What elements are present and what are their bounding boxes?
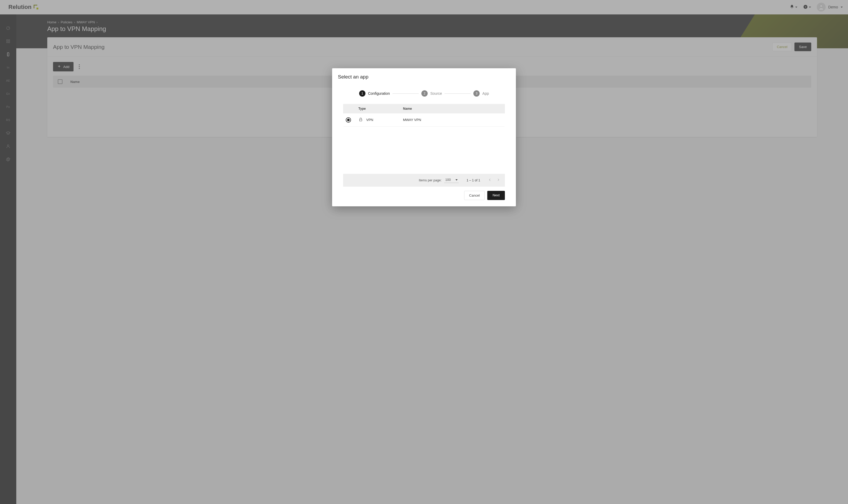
step-configuration[interactable]: 1 Configuration: [359, 90, 390, 96]
step-number: 1: [359, 90, 365, 96]
page-range: 1 – 1 of 1: [467, 179, 480, 182]
column-header-name: Name: [403, 107, 502, 110]
row-radio[interactable]: [346, 117, 351, 123]
select-app-modal: Select an app 1 Configuration 2 Source 3…: [332, 68, 516, 206]
table-row[interactable]: VPN MWAY VPN: [343, 113, 505, 127]
items-per-page-label: Items per page:: [419, 179, 441, 182]
modal-overlay: Select an app 1 Configuration 2 Source 3…: [0, 0, 848, 504]
step-connector: [445, 93, 471, 94]
step-app[interactable]: 3 App: [473, 90, 489, 96]
svg-rect-10: [360, 119, 362, 121]
paginator: Items per page: 100 1 – 1 of 1: [343, 174, 505, 187]
step-connector: [393, 93, 419, 94]
row-name: MWAY VPN: [403, 118, 502, 122]
chevron-down-icon: [455, 179, 457, 181]
row-type-label: VPN: [366, 118, 373, 122]
stepper: 1 Configuration 2 Source 3 App: [332, 83, 516, 104]
step-number: 3: [473, 90, 480, 96]
modal-title: Select an app: [332, 68, 516, 83]
step-source[interactable]: 2 Source: [421, 90, 442, 96]
column-header-type: Type: [358, 107, 403, 110]
step-label: Configuration: [368, 91, 390, 95]
items-per-page-select[interactable]: 100: [444, 177, 459, 183]
modal-table: Type Name VPN MWAY VPN: [343, 104, 505, 127]
modal-cancel-button[interactable]: Cancel: [464, 191, 485, 200]
modal-table-header: Type Name: [343, 104, 505, 113]
step-label: Source: [430, 91, 442, 95]
next-page-button[interactable]: [497, 178, 500, 182]
vpn-lock-icon: [358, 117, 363, 123]
modal-next-button[interactable]: Next: [487, 191, 505, 200]
step-number: 2: [421, 90, 428, 96]
prev-page-button[interactable]: [488, 178, 492, 182]
step-label: App: [482, 91, 489, 95]
items-per-page-value: 100: [445, 178, 451, 182]
